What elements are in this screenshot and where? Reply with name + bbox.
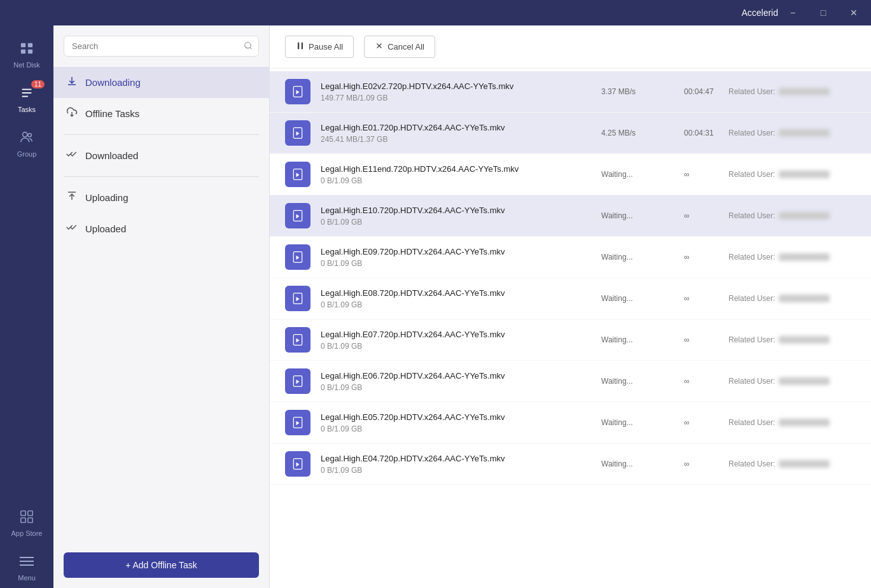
- nav-item-uploading[interactable]: Uploading: [53, 182, 269, 213]
- pause-icon: [296, 41, 305, 52]
- svg-marker-35: [296, 339, 300, 343]
- file-icon: [285, 120, 310, 146]
- file-speed: Waiting...: [601, 459, 658, 468]
- file-row[interactable]: Legal.High.E10.720p.HDTV.x264.AAC-YYeTs.…: [270, 195, 871, 237]
- file-row[interactable]: Legal.High.E07.720p.HDTV.x264.AAC-YYeTs.…: [270, 319, 871, 361]
- user-avatar-blur: [779, 212, 830, 220]
- sidebar-item-net-disk[interactable]: Net Disk: [0, 31, 53, 75]
- file-name: Legal.High.E01.720p.HDTV.x264.AAC-YYeTs.…: [321, 123, 601, 132]
- nav-item-downloading[interactable]: Downloading: [53, 67, 269, 98]
- file-name: Legal.High.E02v2.720p.HDTV.x264.AAC-YYeT…: [321, 81, 601, 91]
- user-avatar-blur: [779, 253, 830, 261]
- file-stats: Waiting... ∞: [601, 335, 728, 344]
- file-user: Related User:: [728, 377, 856, 386]
- maximize-button[interactable]: □: [809, 0, 838, 25]
- file-name: Legal.High.E08.720p.HDTV.x264.AAC-YYeTs.…: [321, 288, 601, 298]
- file-row[interactable]: Legal.High.E11end.720p.HDTV.x264.AAC-YYe…: [270, 154, 871, 195]
- file-time: ∞: [684, 418, 728, 427]
- file-info: Legal.High.E02v2.720p.HDTV.x264.AAC-YYeT…: [321, 81, 601, 102]
- tasks-badge: 11: [31, 80, 45, 88]
- file-speed: Waiting...: [601, 170, 658, 179]
- file-stats: Waiting... ∞: [601, 418, 728, 427]
- search-input[interactable]: [64, 36, 259, 57]
- file-row[interactable]: Legal.High.E08.720p.HDTV.x264.AAC-YYeTs.…: [270, 278, 871, 319]
- svg-marker-29: [296, 214, 300, 219]
- svg-point-16: [245, 42, 251, 48]
- file-stats: Waiting... ∞: [601, 294, 728, 303]
- title-bar-controls: − □ ✕: [778, 0, 871, 25]
- svg-marker-27: [296, 173, 300, 178]
- file-name: Legal.High.E04.720p.HDTV.x264.AAC-YYeTs.…: [321, 454, 601, 463]
- file-stats: Waiting... ∞: [601, 377, 728, 386]
- file-info: Legal.High.E11end.720p.HDTV.x264.AAC-YYe…: [321, 164, 601, 185]
- close-button[interactable]: ✕: [839, 0, 868, 25]
- user-avatar-blur: [779, 377, 830, 385]
- svg-rect-0: [21, 43, 25, 47]
- nav-item-offline-tasks[interactable]: Offline Tasks: [53, 98, 269, 129]
- file-info: Legal.High.E09.720p.HDTV.x264.AAC-YYeTs.…: [321, 247, 601, 268]
- minimize-button[interactable]: −: [778, 0, 807, 25]
- pause-all-button[interactable]: Pause All: [285, 36, 354, 58]
- sidebar-item-app-store-label: App Store: [11, 529, 43, 537]
- app-title: Accelerid: [741, 8, 778, 18]
- file-time: ∞: [684, 459, 728, 468]
- svg-marker-37: [296, 380, 300, 384]
- file-stats: Waiting... ∞: [601, 211, 728, 220]
- sidebar-item-tasks[interactable]: 11 Tasks: [0, 75, 53, 120]
- sidebar-item-app-store[interactable]: App Store: [0, 499, 53, 543]
- file-user: Related User:: [728, 253, 856, 262]
- file-stats: Waiting... ∞: [601, 170, 728, 179]
- file-stats: Waiting... ∞: [601, 253, 728, 262]
- nav-panel: Downloading Offline Tasks Downloaded: [53, 25, 270, 588]
- file-row[interactable]: Legal.High.E02v2.720p.HDTV.x264.AAC-YYeT…: [270, 71, 871, 113]
- svg-marker-31: [296, 256, 300, 260]
- file-info: Legal.High.E01.720p.HDTV.x264.AAC-YYeTs.…: [321, 123, 601, 144]
- user-avatar-blur: [779, 336, 830, 344]
- uploaded-icon: [66, 221, 78, 236]
- nav-item-downloaded-label: Downloaded: [85, 150, 138, 161]
- file-name: Legal.High.E11end.720p.HDTV.x264.AAC-YYe…: [321, 164, 601, 174]
- add-offline-task-button[interactable]: + Add Offline Task: [64, 552, 259, 578]
- related-user-label: Related User:: [728, 459, 775, 468]
- file-row[interactable]: Legal.High.E01.720p.HDTV.x264.AAC-YYeTs.…: [270, 113, 871, 154]
- file-name: Legal.High.E10.720p.HDTV.x264.AAC-YYeTs.…: [321, 206, 601, 215]
- file-speed: Waiting...: [601, 211, 658, 220]
- sidebar-item-group[interactable]: Group: [0, 120, 53, 164]
- file-time: 00:04:47: [684, 87, 728, 96]
- file-info: Legal.High.E10.720p.HDTV.x264.AAC-YYeTs.…: [321, 206, 601, 227]
- user-avatar-blur: [779, 88, 830, 95]
- pause-all-label: Pause All: [309, 42, 343, 52]
- svg-line-17: [250, 47, 252, 49]
- file-info: Legal.High.E08.720p.HDTV.x264.AAC-YYeTs.…: [321, 288, 601, 309]
- toolbar: Pause All Cancel All: [270, 25, 871, 69]
- related-user-label: Related User:: [728, 294, 775, 303]
- file-row[interactable]: Legal.High.E09.720p.HDTV.x264.AAC-YYeTs.…: [270, 237, 871, 278]
- uploading-icon: [66, 190, 78, 205]
- nav-item-uploading-label: Uploading: [85, 192, 129, 203]
- search-icon: [244, 41, 253, 52]
- file-user: Related User:: [728, 418, 856, 427]
- file-row[interactable]: Legal.High.E04.720p.HDTV.x264.AAC-YYeTs.…: [270, 444, 871, 485]
- svg-marker-25: [296, 132, 300, 136]
- nav-item-uploaded[interactable]: Uploaded: [53, 213, 269, 244]
- svg-rect-18: [298, 43, 299, 50]
- related-user-label: Related User:: [728, 211, 775, 220]
- file-user: Related User:: [728, 294, 856, 303]
- sidebar-item-menu-label: Menu: [18, 574, 36, 582]
- file-info: Legal.High.E06.720p.HDTV.x264.AAC-YYeTs.…: [321, 371, 601, 392]
- svg-rect-10: [28, 511, 32, 515]
- sidebar: Net Disk 11 Tasks: [0, 25, 53, 588]
- file-row[interactable]: Legal.High.E06.720p.HDTV.x264.AAC-YYeTs.…: [270, 361, 871, 402]
- nav-item-downloading-label: Downloading: [85, 77, 141, 88]
- nav-item-downloaded[interactable]: Downloaded: [53, 140, 269, 171]
- svg-rect-11: [21, 518, 25, 522]
- svg-rect-1: [28, 43, 32, 47]
- file-icon: [285, 286, 310, 311]
- svg-rect-12: [28, 518, 32, 522]
- file-row[interactable]: Legal.High.E05.720p.HDTV.x264.AAC-YYeTs.…: [270, 402, 871, 444]
- file-icon: [285, 368, 310, 394]
- related-user-label: Related User:: [728, 87, 775, 96]
- file-meta: 245.41 MB/1.37 GB: [321, 135, 601, 144]
- cancel-all-button[interactable]: Cancel All: [364, 36, 435, 58]
- sidebar-item-menu[interactable]: Menu: [0, 543, 53, 588]
